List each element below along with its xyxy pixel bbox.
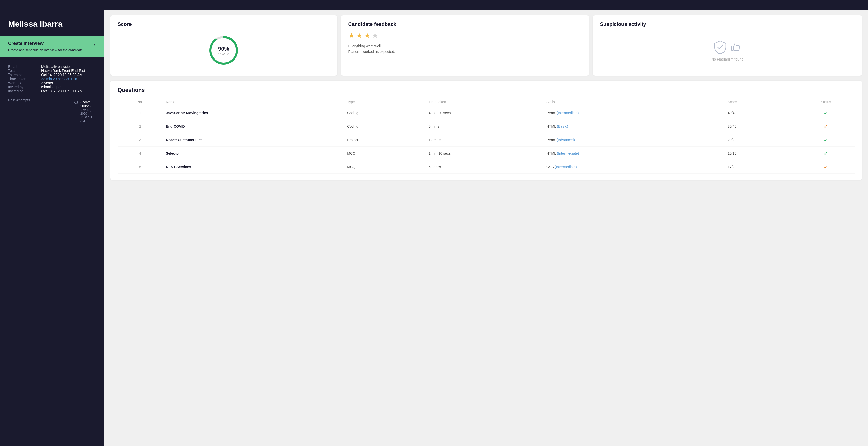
cell-time: 50 secs bbox=[426, 160, 544, 174]
table-row: 2 End COVID Coding 5 mins HTML (Basic) 3… bbox=[118, 120, 855, 133]
cell-name: REST Services bbox=[163, 160, 344, 174]
col-header-time: Time taken bbox=[426, 98, 544, 106]
info-label: Invited on bbox=[8, 89, 41, 93]
star-3: ★ bbox=[364, 31, 370, 40]
info-label: Time Taken bbox=[8, 77, 41, 81]
col-header-score: Score bbox=[724, 98, 797, 106]
cell-skills: CSS (Intermediate) bbox=[544, 160, 724, 174]
info-rows: Email Melissa@ibarra.io Test HackerRank … bbox=[8, 65, 96, 93]
table-row: 5 REST Services MCQ 50 secs CSS (Interme… bbox=[118, 160, 855, 174]
cell-type: MCQ bbox=[344, 147, 426, 160]
attempt-info: Score: 200/285 Nov 13, 2020 11:45:11 AM bbox=[81, 100, 96, 123]
status-warn-icon: ✓ bbox=[824, 164, 828, 169]
cell-skills: React (Intermediate) bbox=[544, 106, 724, 120]
star-4: ★ bbox=[372, 31, 378, 40]
cell-no: 1 bbox=[118, 106, 163, 120]
sidebar: Melissa Ibarra Create interview Create a… bbox=[0, 10, 104, 446]
info-value: Oct 13, 2020 11:45:11 AM bbox=[41, 89, 83, 93]
info-row: Invited on Oct 13, 2020 11:45:11 AM bbox=[8, 89, 96, 93]
create-interview-title: Create interview bbox=[8, 41, 88, 46]
score-circle-svg: 90% 117/130 bbox=[207, 34, 240, 67]
shield-check-icon bbox=[713, 39, 728, 55]
create-interview-button[interactable]: Create interview Create and schedule an … bbox=[0, 36, 104, 58]
info-value: 23 min 20 sec / 30 min bbox=[41, 77, 77, 81]
score-percent-text: 90% bbox=[218, 45, 229, 52]
past-attempts-values: Score: 200/285 Nov 13, 2020 11:45:11 AM bbox=[41, 98, 96, 123]
status-warn-icon: ✓ bbox=[824, 124, 828, 129]
score-title: Score bbox=[118, 21, 330, 27]
score-circle-container: 90% 117/130 bbox=[118, 31, 330, 69]
create-interview-text: Create interview Create and schedule an … bbox=[8, 41, 88, 52]
star-1: ★ bbox=[348, 31, 354, 40]
cell-time: 1 min 10 secs bbox=[426, 147, 544, 160]
cell-status: ✓ bbox=[797, 120, 855, 133]
stars-row: ★ ★ ★ ★ bbox=[348, 31, 582, 40]
past-attempt-item: Score: 200/285 Nov 13, 2020 11:45:11 AM bbox=[41, 100, 96, 123]
info-row: Taken on Oct 14, 2020 10:25:30 AM bbox=[8, 73, 96, 77]
cell-type: Project bbox=[344, 133, 426, 147]
table-row: 4 Selector MCQ 1 min 10 secs HTML (Inter… bbox=[118, 147, 855, 160]
info-value: Oct 14, 2020 10:25:30 AM bbox=[41, 73, 83, 77]
attempt-date: Nov 13, 2020 11:45:11 AM bbox=[81, 108, 96, 123]
thumbs-up-icon bbox=[729, 40, 742, 54]
past-attempts-label: Past Attempts bbox=[8, 98, 41, 102]
cell-type: Coding bbox=[344, 120, 426, 133]
cell-name: End COVID bbox=[163, 120, 344, 133]
cell-status: ✓ bbox=[797, 147, 855, 160]
info-row: Invited by Ishani Gupta bbox=[8, 85, 96, 89]
questions-title: Questions bbox=[118, 87, 855, 93]
info-value: Melissa@ibarra.io bbox=[41, 65, 70, 69]
cell-skills: HTML (Intermediate) bbox=[544, 147, 724, 160]
cell-time: 4 min 20 secs bbox=[426, 106, 544, 120]
cell-type: Coding bbox=[344, 106, 426, 120]
cell-no: 4 bbox=[118, 147, 163, 160]
candidate-name: Melissa Ibarra bbox=[0, 10, 104, 36]
info-row: Email Melissa@ibarra.io bbox=[8, 65, 96, 69]
questions-table: No. Name Type Time taken Skills Score St… bbox=[118, 98, 855, 174]
info-label: Email bbox=[8, 65, 41, 69]
col-header-no: No. bbox=[118, 98, 163, 106]
no-plagiarism-text: No Plagiarism found bbox=[711, 57, 743, 61]
info-label: Work Exp. bbox=[8, 81, 41, 85]
cell-no: 2 bbox=[118, 120, 163, 133]
questions-tbody: 1 JavaScript: Moving titles Coding 4 min… bbox=[118, 106, 855, 174]
feedback-title: Candidate feedback bbox=[348, 21, 582, 27]
info-row: Work Exp. 2 years bbox=[8, 81, 96, 85]
suspicious-card: Suspicious activity N bbox=[593, 15, 862, 75]
status-ok-icon: ✓ bbox=[824, 151, 828, 156]
info-row: Time Taken 23 min 20 sec / 30 min bbox=[8, 77, 96, 81]
cell-score: 20/20 bbox=[724, 133, 797, 147]
cell-status: ✓ bbox=[797, 160, 855, 174]
main-content: Score 90% 117/130 Candidate feedback ★ ★ bbox=[104, 10, 868, 446]
cell-no: 5 bbox=[118, 160, 163, 174]
cell-score: 30/40 bbox=[724, 120, 797, 133]
cell-name: React: Customer List bbox=[163, 133, 344, 147]
create-interview-desc: Create and schedule an interview for the… bbox=[8, 48, 88, 52]
suspicious-icons bbox=[713, 39, 742, 55]
info-value: 2 years bbox=[41, 81, 53, 85]
info-label: Taken on bbox=[8, 73, 41, 77]
col-header-type: Type bbox=[344, 98, 426, 106]
score-card: Score 90% 117/130 bbox=[111, 15, 337, 75]
col-header-skills: Skills bbox=[544, 98, 724, 106]
top-bar bbox=[0, 0, 868, 10]
suspicious-title: Suspicious activity bbox=[600, 21, 646, 27]
past-attempts-header: Past Attempts Score: 200/285 Nov 13, 202… bbox=[8, 98, 96, 123]
feedback-card: Candidate feedback ★ ★ ★ ★ Everything we… bbox=[341, 15, 589, 75]
info-value: HackerRank Front-End Test bbox=[41, 69, 85, 73]
attempt-score: Score: 200/285 bbox=[81, 100, 96, 108]
col-header-status: Status bbox=[797, 98, 855, 106]
cell-name: JavaScript: Moving titles bbox=[163, 106, 344, 120]
score-fraction-text: 117/130 bbox=[218, 53, 229, 56]
col-header-name: Name bbox=[163, 98, 344, 106]
info-value: Ishani Gupta bbox=[41, 85, 61, 89]
svg-rect-2 bbox=[732, 46, 734, 50]
cell-time: 12 mins bbox=[426, 133, 544, 147]
cell-skills: HTML (Basic) bbox=[544, 120, 724, 133]
cell-score: 10/10 bbox=[724, 147, 797, 160]
cell-status: ✓ bbox=[797, 106, 855, 120]
main-layout: Melissa Ibarra Create interview Create a… bbox=[0, 10, 868, 446]
create-interview-arrow-icon: → bbox=[91, 41, 96, 48]
cards-row: Score 90% 117/130 Candidate feedback ★ ★ bbox=[111, 15, 862, 75]
table-row: 1 JavaScript: Moving titles Coding 4 min… bbox=[118, 106, 855, 120]
